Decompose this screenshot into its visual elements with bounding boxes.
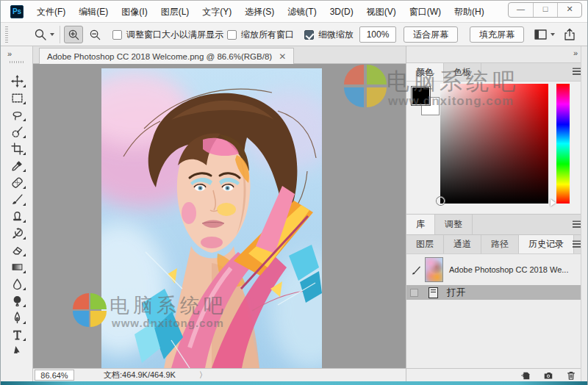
pen-tool[interactable] bbox=[7, 309, 27, 326]
history-brush-source-icon[interactable] bbox=[411, 265, 422, 276]
resize-window-checkbox[interactable] bbox=[112, 30, 122, 40]
color-panel-body bbox=[406, 82, 588, 214]
marquee-tool[interactable] bbox=[7, 90, 27, 107]
tab-color[interactable]: 颜色 bbox=[406, 63, 444, 81]
foreground-color-swatch[interactable] bbox=[412, 87, 430, 105]
spot-healing-tool[interactable] bbox=[7, 174, 27, 191]
history-snapshot-thumbnail[interactable] bbox=[425, 257, 443, 282]
menu-layer[interactable]: 图层(L) bbox=[154, 1, 196, 23]
title-bar: Ps 文件(F) 编辑(E) 图像(I) 图层(L) 文字(Y) 选择(S) 滤… bbox=[1, 1, 588, 23]
menu-file[interactable]: 文件(F) bbox=[30, 1, 72, 23]
tab-adjustments[interactable]: 调整 bbox=[435, 215, 473, 234]
zoom-tool-flyout-chevron-icon[interactable] bbox=[50, 33, 54, 36]
tab-layers[interactable]: 图层 bbox=[406, 235, 444, 253]
panel-dock-header: » bbox=[406, 46, 588, 63]
zoom-percent-field[interactable]: 100% bbox=[359, 26, 396, 43]
document-tab-close-icon[interactable]: ✕ bbox=[279, 53, 286, 60]
tools-collapse-icon[interactable]: » bbox=[7, 49, 11, 58]
lasso-tool[interactable] bbox=[7, 107, 27, 123]
tab-paths[interactable]: 路径 bbox=[481, 235, 519, 253]
crop-tool[interactable] bbox=[7, 140, 27, 157]
zoom-all-option: 缩放所有窗口 bbox=[227, 29, 294, 41]
path-selection-tool[interactable] bbox=[7, 343, 27, 353]
minimize-button[interactable]: — bbox=[509, 3, 533, 17]
history-state-row-open[interactable]: 打开 bbox=[406, 285, 588, 300]
tab-library[interactable]: 库 bbox=[406, 215, 435, 234]
tools-grip[interactable] bbox=[10, 61, 24, 63]
history-snapshot-label: Adobe Photoshop CC 2018 We... bbox=[449, 265, 568, 274]
hue-slider[interactable] bbox=[556, 84, 570, 204]
status-doc-info: 文档:464.9K/464.9K bbox=[104, 370, 176, 381]
zoom-out-icon bbox=[89, 29, 101, 41]
tab-channels[interactable]: 通道 bbox=[444, 235, 481, 253]
open-image[interactable] bbox=[101, 68, 322, 368]
fill-screen-button[interactable]: 填充屏幕 bbox=[470, 26, 524, 43]
clone-stamp-tool[interactable] bbox=[7, 208, 27, 225]
color-panel-group: 颜色 色板 bbox=[406, 63, 588, 214]
zoom-tool-icon[interactable] bbox=[34, 28, 47, 41]
blur-tool[interactable] bbox=[7, 276, 27, 292]
status-zoom-field[interactable]: 86.64% bbox=[35, 370, 74, 381]
menu-edit[interactable]: 编辑(E) bbox=[72, 1, 115, 23]
panel-dock-edge[interactable] bbox=[581, 46, 588, 381]
zoom-out-button[interactable] bbox=[85, 26, 104, 43]
saturation-brightness-field[interactable] bbox=[440, 84, 548, 204]
workspace-chevron-icon[interactable] bbox=[551, 33, 555, 36]
window-bottom-border bbox=[1, 381, 588, 385]
workspace-icon[interactable] bbox=[534, 29, 547, 40]
options-grabber[interactable] bbox=[5, 26, 8, 43]
new-snapshot-camera-icon[interactable] bbox=[543, 370, 553, 381]
scrubby-zoom-label: 细微缩放 bbox=[318, 29, 354, 41]
tools-panel: » bbox=[1, 46, 33, 381]
photoshop-logo-icon: Ps bbox=[10, 5, 24, 18]
document-tab[interactable]: Adobe Photoshop CC 2018 Welcome.png @ 86… bbox=[39, 48, 294, 64]
move-tool[interactable] bbox=[7, 73, 27, 90]
menu-image[interactable]: 图像(I) bbox=[115, 1, 154, 23]
new-document-from-state-icon[interactable] bbox=[520, 370, 531, 381]
menu-type[interactable]: 文字(Y) bbox=[196, 1, 238, 23]
panels-collapse-icon[interactable]: » bbox=[573, 48, 578, 57]
fit-screen-button[interactable]: 适合屏幕 bbox=[404, 26, 458, 43]
scrubby-zoom-checkbox[interactable] bbox=[304, 30, 314, 40]
gradient-tool[interactable] bbox=[7, 259, 27, 276]
delete-state-trash-icon[interactable] bbox=[566, 370, 576, 381]
history-brush-tool[interactable] bbox=[7, 225, 27, 242]
document-area: Adobe Photoshop CC 2018 Welcome.png @ 86… bbox=[33, 46, 406, 381]
menu-select[interactable]: 选择(S) bbox=[238, 1, 281, 23]
zoom-in-button[interactable] bbox=[64, 26, 83, 43]
options-divider bbox=[60, 26, 60, 43]
tab-history[interactable]: 历史记录 bbox=[519, 235, 574, 253]
maximize-button[interactable]: □ bbox=[533, 3, 557, 17]
color-picker-handle[interactable] bbox=[437, 197, 445, 205]
brush-tool[interactable] bbox=[7, 191, 27, 208]
window-controls: — □ ✕ bbox=[508, 2, 582, 18]
resize-window-label: 调整窗口大小以满屏显示 bbox=[126, 29, 223, 41]
history-state-label: 打开 bbox=[447, 287, 465, 299]
layers-panel-group: 图层 通道 路径 历史记录 Adobe Photoshop CC 2018 We… bbox=[406, 235, 588, 381]
menu-view[interactable]: 视图(V) bbox=[360, 1, 403, 23]
history-source-checkbox[interactable] bbox=[410, 289, 418, 297]
hue-slider-handle[interactable] bbox=[551, 199, 556, 206]
menu-window[interactable]: 窗口(W) bbox=[403, 1, 448, 23]
zoom-all-checkbox[interactable] bbox=[227, 30, 237, 40]
tab-swatches[interactable]: 色板 bbox=[444, 63, 481, 81]
history-open-icon bbox=[429, 287, 438, 298]
history-snapshot-row[interactable]: Adobe Photoshop CC 2018 We... bbox=[406, 254, 588, 285]
menu-filter[interactable]: 滤镜(T) bbox=[281, 1, 323, 23]
quick-selection-tool[interactable] bbox=[7, 123, 27, 140]
share-icon[interactable] bbox=[564, 28, 576, 41]
status-chevron-icon[interactable]: 〉 bbox=[199, 370, 207, 381]
zoom-in-icon bbox=[68, 29, 80, 41]
options-bar: 调整窗口大小以满屏显示 缩放所有窗口 细微缩放 100% 适合屏幕 填充屏幕 bbox=[1, 23, 588, 46]
zoom-all-label: 缩放所有窗口 bbox=[241, 29, 294, 41]
menu-help[interactable]: 帮助(H) bbox=[448, 1, 491, 23]
dodge-tool[interactable] bbox=[7, 292, 27, 309]
eraser-tool[interactable] bbox=[7, 242, 27, 259]
resize-window-option: 调整窗口大小以满屏显示 bbox=[112, 29, 223, 41]
canvas-area[interactable] bbox=[33, 64, 406, 368]
eyedropper-tool[interactable] bbox=[7, 157, 27, 174]
library-panel-header: 库 调整 bbox=[406, 214, 588, 235]
close-button[interactable]: ✕ bbox=[557, 3, 581, 17]
type-tool[interactable] bbox=[7, 326, 27, 343]
menu-3d[interactable]: 3D(D) bbox=[323, 1, 360, 23]
